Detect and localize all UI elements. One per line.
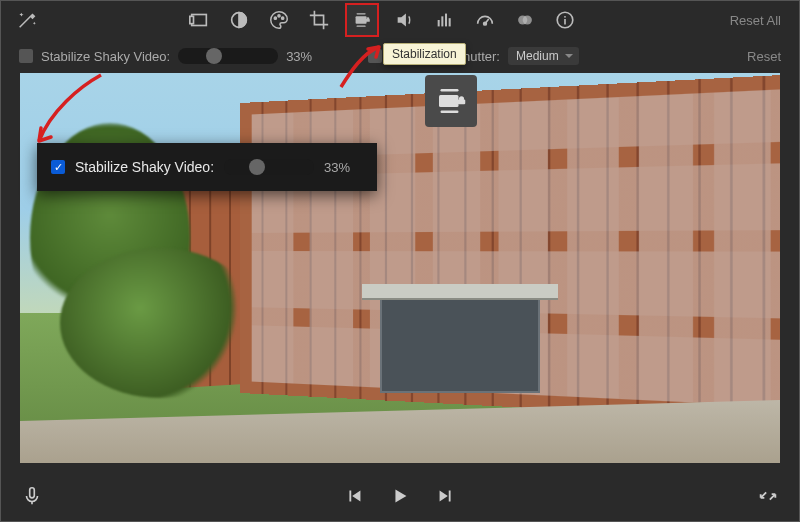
stabilize-label: Stabilize Shaky Video: [41,49,170,64]
svg-rect-23 [458,100,466,105]
svg-rect-12 [442,16,444,26]
stabilize-icon[interactable] [345,3,379,37]
volume-icon[interactable] [391,6,419,34]
svg-rect-14 [449,18,451,26]
equalizer-icon[interactable] [431,6,459,34]
svg-point-19 [564,16,566,18]
frame-icon[interactable] [185,6,213,34]
svg-rect-13 [445,14,447,27]
svg-rect-25 [441,111,459,113]
stabilize-percent-zoom: 33% [324,160,350,175]
toolbar: Reset All [1,1,799,39]
info-icon[interactable] [551,6,579,34]
svg-point-4 [278,15,280,17]
svg-rect-1 [190,16,194,23]
next-icon[interactable] [433,483,459,509]
svg-point-3 [275,17,277,19]
reset-all-button[interactable]: Reset All [724,13,787,28]
svg-point-5 [282,17,284,19]
previous-icon[interactable] [341,483,367,509]
reset-button[interactable]: Reset [747,49,781,64]
contrast-icon[interactable] [225,6,253,34]
speed-icon[interactable] [471,6,499,34]
svg-rect-6 [356,16,367,23]
stabilize-checkbox[interactable] [19,49,33,63]
stabilize-label-zoom: Stabilize Shaky Video: [75,159,214,175]
svg-rect-21 [439,95,459,107]
palette-icon[interactable] [265,6,293,34]
playback-bar [1,471,799,521]
svg-rect-20 [30,488,35,498]
stabilize-icon-large [425,75,477,127]
overlay-icon[interactable] [511,6,539,34]
rolling-shutter-select[interactable]: Medium [508,47,579,65]
stabilize-zoom-panel: Stabilize Shaky Video: 33% [37,143,377,191]
stabilize-slider-zoom[interactable] [224,159,314,175]
stabilize-slider[interactable] [178,48,278,64]
svg-point-15 [484,22,487,25]
svg-rect-9 [357,13,366,14]
stabilize-checkbox-zoom[interactable] [51,160,65,174]
svg-point-17 [523,15,532,24]
magic-wand-icon[interactable] [13,6,41,34]
stabilization-tooltip: Stabilization [383,43,466,65]
svg-rect-24 [441,89,459,91]
svg-rect-10 [357,26,366,27]
fullscreen-icon[interactable] [755,483,781,509]
svg-rect-8 [366,19,371,22]
microphone-icon[interactable] [19,483,45,509]
video-preview [20,73,780,463]
stabilize-percent: 33% [286,49,312,64]
crop-icon[interactable] [305,6,333,34]
play-icon[interactable] [387,483,413,509]
svg-rect-11 [438,20,440,26]
rolling-shutter-checkbox[interactable] [368,49,382,63]
